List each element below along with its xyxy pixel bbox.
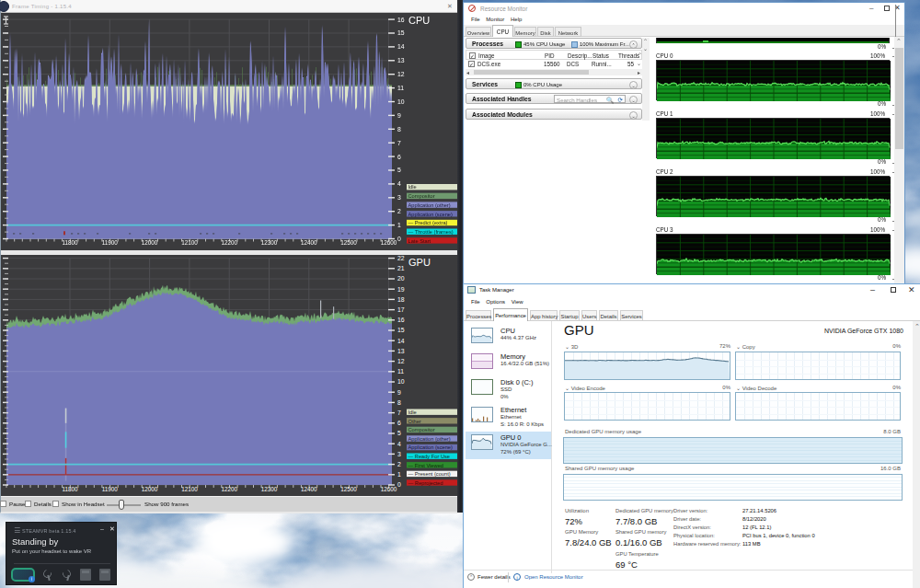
svg-text:3: 3 bbox=[397, 451, 401, 457]
svg-text:11900: 11900 bbox=[102, 239, 119, 246]
svg-text:16: 16 bbox=[397, 17, 405, 23]
svg-text:14: 14 bbox=[397, 338, 405, 344]
svg-text:— Present (count): — Present (count) bbox=[408, 471, 451, 477]
svg-text:— Throttle (frames): — Throttle (frames) bbox=[408, 229, 454, 235]
svg-text:0: 0 bbox=[397, 236, 401, 242]
svg-text:7: 7 bbox=[397, 409, 401, 416]
svg-text:11900: 11900 bbox=[102, 486, 119, 492]
svg-text:11800: 11800 bbox=[62, 486, 78, 492]
svg-text:3: 3 bbox=[397, 194, 401, 201]
svg-text:— Reprojected: — Reprojected bbox=[408, 480, 443, 486]
svg-text:Application (other): Application (other) bbox=[408, 202, 451, 208]
svg-text:— Ready For Use: — Ready For Use bbox=[408, 454, 451, 459]
svg-text:12100: 12100 bbox=[181, 239, 198, 246]
svg-text:18: 18 bbox=[397, 296, 405, 303]
svg-text:11800: 11800 bbox=[62, 239, 78, 246]
svg-text:9: 9 bbox=[397, 389, 401, 396]
svg-text:4: 4 bbox=[397, 180, 401, 187]
svg-text:12: 12 bbox=[397, 71, 405, 77]
svg-text:12: 12 bbox=[397, 358, 405, 364]
svg-text:5: 5 bbox=[397, 167, 401, 173]
svg-text:12000: 12000 bbox=[142, 239, 158, 246]
svg-text:Application (scene): Application (scene) bbox=[408, 212, 453, 217]
svg-text:12400: 12400 bbox=[301, 486, 317, 492]
svg-text:12400: 12400 bbox=[301, 239, 317, 246]
svg-text:9: 9 bbox=[397, 112, 401, 119]
svg-text:12000: 12000 bbox=[142, 486, 158, 492]
svg-text:Application (other): Application (other) bbox=[408, 436, 451, 442]
svg-text:7: 7 bbox=[397, 140, 401, 146]
svg-text:6: 6 bbox=[397, 154, 401, 160]
svg-text:11: 11 bbox=[397, 85, 404, 91]
svg-text:Other: Other bbox=[408, 419, 421, 424]
svg-text:Idle: Idle bbox=[408, 409, 417, 415]
svg-text:12300: 12300 bbox=[261, 239, 278, 246]
svg-text:22: 22 bbox=[397, 255, 405, 261]
svg-text:0: 0 bbox=[397, 481, 401, 488]
svg-text:Compositor: Compositor bbox=[408, 193, 435, 199]
svg-text:6: 6 bbox=[397, 420, 401, 426]
svg-text:Late Start: Late Start bbox=[408, 238, 431, 244]
svg-text:5: 5 bbox=[397, 430, 401, 436]
svg-text:12600: 12600 bbox=[381, 239, 397, 246]
svg-text:12200: 12200 bbox=[221, 239, 237, 246]
svg-text:1: 1 bbox=[397, 222, 401, 228]
svg-text:GPU: GPU bbox=[408, 257, 431, 268]
svg-text:12600: 12600 bbox=[381, 486, 397, 492]
svg-text:12100: 12100 bbox=[181, 486, 198, 492]
svg-text:Application (scene): Application (scene) bbox=[408, 444, 453, 450]
svg-text:4: 4 bbox=[397, 441, 401, 447]
svg-text:15: 15 bbox=[397, 327, 405, 333]
svg-text:CPU: CPU bbox=[408, 15, 430, 26]
svg-text:14: 14 bbox=[397, 43, 405, 50]
svg-text:12500: 12500 bbox=[340, 239, 357, 246]
svg-text:21: 21 bbox=[397, 265, 405, 271]
svg-text:20: 20 bbox=[397, 275, 405, 282]
svg-text:19: 19 bbox=[397, 286, 405, 293]
svg-text:— Predict (extra): — Predict (extra) bbox=[408, 220, 448, 225]
svg-text:Idle: Idle bbox=[408, 184, 417, 190]
svg-text:2: 2 bbox=[397, 208, 401, 214]
svg-text:12200: 12200 bbox=[221, 486, 237, 492]
svg-text:Compositor: Compositor bbox=[408, 427, 435, 432]
svg-text:12500: 12500 bbox=[340, 486, 357, 492]
svg-text:1: 1 bbox=[397, 471, 401, 478]
svg-text:— First Viewed: — First Viewed bbox=[408, 463, 443, 468]
svg-text:12300: 12300 bbox=[261, 486, 278, 492]
svg-text:2: 2 bbox=[397, 461, 401, 467]
svg-text:8: 8 bbox=[397, 399, 401, 406]
svg-text:10: 10 bbox=[397, 378, 405, 385]
svg-text:15: 15 bbox=[397, 29, 405, 36]
svg-text:13: 13 bbox=[397, 57, 405, 63]
svg-text:10: 10 bbox=[397, 98, 405, 105]
svg-text:13: 13 bbox=[397, 348, 405, 354]
svg-text:17: 17 bbox=[397, 306, 405, 313]
svg-text:16: 16 bbox=[397, 317, 405, 323]
svg-text:11: 11 bbox=[397, 368, 404, 375]
svg-text:8: 8 bbox=[397, 126, 401, 133]
